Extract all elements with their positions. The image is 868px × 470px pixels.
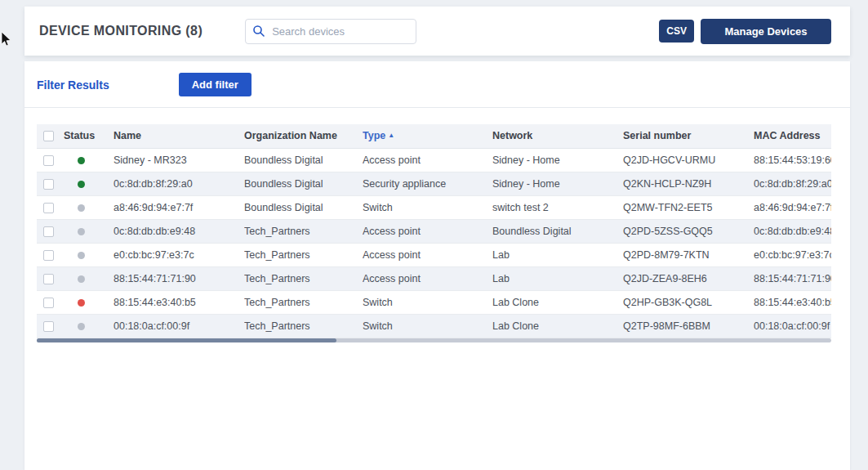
cell-status [64,243,114,266]
search-icon [252,25,265,38]
column-header-serial[interactable]: Serial number [623,124,754,148]
cell-type: Security appliance [363,172,492,195]
cell-mac: e0:cb:bc:97:e3:7c [754,243,831,266]
cell-mac: 00:18:0a:cf:00:9f [754,314,831,338]
status-dot-green [78,157,85,164]
cell-organization: Boundless Digital [244,172,363,195]
cell-mac: 0c:8d:db:db:e9:48 [754,219,831,243]
cell-status [64,314,114,338]
row-checkbox[interactable] [43,203,54,213]
status-dot-red [78,299,85,307]
csv-button[interactable]: CSV [659,20,694,43]
cell-name: a8:46:9d:94:e7:7f [114,195,244,219]
column-header-mac[interactable]: MAC Address [754,124,831,148]
cell-status [64,266,114,290]
row-checkbox[interactable] [43,274,54,284]
cell-name: 0c:8d:db:8f:29:a0 [114,172,244,195]
cell-name: Sidney - MR323 [114,148,244,172]
content-card: Filter Results Add filter Status Name Or… [24,61,850,470]
cell-serial: Q2JD-HGCV-URMU [623,148,754,172]
add-filter-button[interactable]: Add filter [179,73,251,96]
row-checkbox-cell [37,148,64,172]
select-all-header [37,124,64,148]
cell-name: 88:15:44:e3:40:b5 [114,290,244,314]
table-row[interactable]: e0:cb:bc:97:e3:7cTech_PartnersAccess poi… [37,243,831,266]
table-row[interactable]: 00:18:0a:cf:00:9fTech_PartnersSwitchLab … [37,314,831,338]
cell-status [64,172,114,195]
row-checkbox-cell [37,266,64,290]
cell-network: switch test 2 [492,195,623,219]
device-table-wrap: Status Name Organization Name Type▲ Netw… [37,124,831,338]
cell-network: Lab Clone [492,314,623,338]
cell-network: Lab [492,243,623,266]
cell-type: Switch [363,290,492,314]
column-header-status[interactable]: Status [64,124,114,148]
row-checkbox-cell [37,219,64,243]
manage-devices-button[interactable]: Manage Devices [701,19,831,44]
cell-serial: Q2HP-GB3K-QG8L [623,290,754,314]
column-header-type[interactable]: Type▲ [363,124,492,148]
cell-status [64,219,114,243]
cell-mac: 88:15:44:71:71:90 [754,266,831,290]
cell-mac: 88:15:44:e3:40:b5 [754,290,831,314]
search-input[interactable] [272,25,409,38]
cell-organization: Tech_Partners [244,314,363,338]
status-dot-gray [78,323,85,330]
cell-organization: Boundless Digital [244,148,363,172]
cell-name: 00:18:0a:cf:00:9f [114,314,244,338]
cell-serial: Q2MW-TFN2-EET5 [623,195,754,219]
row-checkbox[interactable] [43,226,54,237]
row-checkbox-cell [37,243,64,266]
horizontal-scrollbar-thumb[interactable] [37,338,336,342]
filter-row: Filter Results Add filter [24,61,850,108]
cell-name: 88:15:44:71:71:90 [114,266,244,290]
cell-status [64,148,114,172]
row-checkbox[interactable] [43,155,54,166]
cell-serial: Q2PD-8M79-7KTN [623,243,754,266]
row-checkbox[interactable] [43,179,54,190]
table-row[interactable]: 88:15:44:e3:40:b5Tech_PartnersSwitchLab … [37,290,831,314]
cell-network: Sidney - Home [492,148,623,172]
cell-network: Sidney - Home [492,172,623,195]
row-checkbox-cell [37,314,64,338]
column-header-organization[interactable]: Organization Name [244,124,363,148]
device-table: Status Name Organization Name Type▲ Netw… [37,124,831,338]
cell-network: Boundless Digital [492,219,623,243]
table-row[interactable]: 88:15:44:71:71:90Tech_PartnersAccess poi… [37,266,831,290]
row-checkbox-cell [37,195,64,219]
cell-mac: 0c:8d:db:8f:29:a0 [754,172,831,195]
top-header-bar: DEVICE MONITORING (8) CSV Manage Devices [24,7,850,56]
column-header-network[interactable]: Network [492,124,623,148]
row-checkbox[interactable] [43,298,54,308]
row-checkbox[interactable] [43,250,54,261]
cell-serial: Q2KN-HCLP-NZ9H [623,172,754,195]
mouse-cursor-icon [0,31,11,47]
column-header-type-label: Type [363,130,385,141]
table-row[interactable]: a8:46:9d:94:e7:7fBoundless DigitalSwitch… [37,195,831,219]
filter-results-link[interactable]: Filter Results [37,78,109,92]
cell-organization: Tech_Partners [244,290,363,314]
cell-type: Access point [363,219,492,243]
cell-status [64,290,114,314]
page-title: DEVICE MONITORING (8) [39,24,203,38]
table-row[interactable]: 0c:8d:db:8f:29:a0Boundless DigitalSecuri… [37,172,831,195]
cell-mac: 88:15:44:53:19:60 [754,148,831,172]
row-checkbox-cell [37,172,64,195]
status-dot-gray [78,275,85,283]
table-row[interactable]: 0c:8d:db:db:e9:48Tech_PartnersAccess poi… [37,219,831,243]
row-checkbox-cell [37,290,64,314]
table-row[interactable]: Sidney - MR323Boundless DigitalAccess po… [37,148,831,172]
select-all-checkbox[interactable] [43,131,54,141]
cell-network: Lab Clone [492,290,623,314]
cell-mac: a8:46:9d:94:e7:7f [754,195,831,219]
search-box[interactable] [245,19,416,44]
cell-network: Lab [492,266,623,290]
horizontal-scrollbar-track[interactable] [37,338,831,342]
cell-serial: Q2PD-5ZSS-GQQ5 [623,219,754,243]
sort-asc-icon: ▲ [388,132,394,139]
status-dot-gray [78,204,85,212]
column-header-name[interactable]: Name [114,124,244,148]
row-checkbox[interactable] [43,321,54,332]
cell-type: Access point [363,243,492,266]
cell-organization: Tech_Partners [244,219,363,243]
